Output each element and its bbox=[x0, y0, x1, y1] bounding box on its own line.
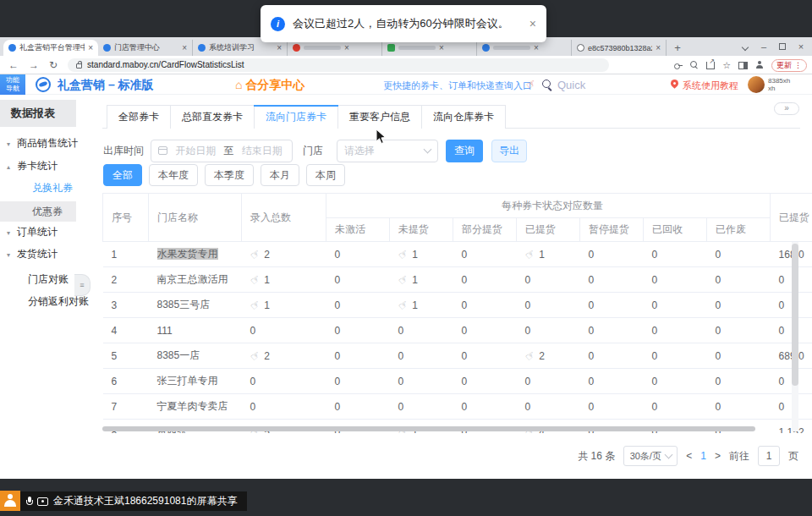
share-center-icon: ⌂ bbox=[235, 78, 242, 91]
cell-value[interactable]: 1 bbox=[264, 274, 270, 286]
tab-重要客户信息[interactable]: 重要客户信息 bbox=[338, 106, 422, 129]
password-key-icon[interactable] bbox=[674, 61, 683, 69]
sidebar-item-券卡统计[interactable]: ▴券卡统计 bbox=[0, 156, 91, 175]
reload-icon[interactable]: ↻ bbox=[49, 59, 58, 71]
cell-status-部分提货: 0 bbox=[453, 293, 517, 318]
tab-favicon-red bbox=[293, 44, 300, 52]
sidebar-item-兑换礼券[interactable]: 兑换礼券 bbox=[0, 178, 91, 197]
profile-icon[interactable] bbox=[755, 61, 764, 69]
table-row: 58385一店☞2000☞2000689.0 bbox=[103, 343, 812, 369]
share-icon[interactable] bbox=[706, 62, 715, 69]
panel-collapse-button[interactable]: » bbox=[774, 102, 799, 115]
sidebar-item-商品销售统计[interactable]: ▾商品销售统计 bbox=[0, 134, 91, 152]
quick-filter-本季度[interactable]: 本季度 bbox=[205, 164, 254, 186]
main-content: 全部券卡总部直发券卡流向门店券卡重要客户信息流向仓库券卡 » 出库时间 开始日期… bbox=[91, 95, 812, 479]
quick-entry-link[interactable]: 更快捷的券卡、订单和快递查询入口 bbox=[383, 80, 532, 92]
table-header-row-1: 序号门店名称录入总数每种券卡状态对应数量已提货 bbox=[103, 194, 812, 218]
minimize-button[interactable]: – bbox=[754, 41, 773, 52]
page-size-select[interactable]: 30条/页 bbox=[623, 446, 678, 466]
tab-close-icon[interactable]: × bbox=[182, 43, 187, 52]
cell-status-已回收: 0 bbox=[644, 343, 707, 369]
statistics-table-wrap: 序号门店名称录入总数每种券卡状态对应数量已提货未激活未提货部分提货已提货暂停提货… bbox=[102, 193, 812, 433]
cell-value[interactable]: 1 bbox=[412, 249, 418, 261]
cell-value[interactable]: 1 bbox=[264, 299, 270, 311]
url-field[interactable]: standard.maboy.cn/CardFlowStatisticsList bbox=[68, 58, 609, 72]
window-close-button[interactable]: × bbox=[792, 41, 810, 52]
maximize-button[interactable] bbox=[773, 41, 792, 52]
cell-status-未激活: 0 bbox=[326, 293, 390, 318]
current-page[interactable]: 1 bbox=[700, 450, 706, 462]
column-header-已提货: 已提货 bbox=[517, 218, 580, 242]
new-tab-button[interactable]: + bbox=[670, 41, 685, 56]
pointer-hand-icon: ☞ bbox=[395, 297, 410, 313]
browser-tab-6[interactable]: e8c573980b1328a258fd2e6f8× bbox=[572, 40, 667, 56]
cell-value[interactable]: 1 bbox=[539, 249, 545, 261]
cell-value[interactable]: 1 bbox=[412, 299, 418, 311]
tab-search-icon[interactable] bbox=[736, 41, 754, 52]
screen-share-bar: 金禾通技术王斌18662591081的屏幕共享 bbox=[20, 491, 247, 511]
horizontal-scrollbar[interactable] bbox=[102, 426, 755, 431]
forward-icon[interactable]: → bbox=[29, 59, 39, 71]
quick-filter-本月[interactable]: 本月 bbox=[261, 164, 299, 186]
bookmark-star-icon[interactable]: ☆ bbox=[722, 61, 731, 70]
tab-流向门店券卡[interactable]: 流向门店券卡 bbox=[255, 106, 338, 129]
store-name-text: 8385一店 bbox=[157, 349, 200, 361]
cell-status-已作废: 0 bbox=[707, 369, 771, 394]
export-button[interactable]: 导出 bbox=[491, 140, 527, 162]
sidebar-item-订单统计[interactable]: ▾订单统计 bbox=[0, 222, 91, 241]
browser-tab-title: e8c573980b1328a258fd2e6f8 bbox=[588, 44, 652, 52]
cell-value[interactable]: 2 bbox=[264, 249, 270, 261]
cell-index: 6 bbox=[103, 369, 149, 394]
user-avatar[interactable] bbox=[748, 76, 765, 93]
cell-status-已提货: 0 bbox=[517, 394, 580, 420]
share-center-link[interactable]: ⌂ 合分享中心 bbox=[235, 78, 304, 93]
search-button[interactable]: 查询 bbox=[446, 140, 483, 162]
function-nav-toggle[interactable]: 功能 导航 bbox=[0, 74, 25, 95]
side-panel-icon[interactable] bbox=[738, 62, 748, 69]
cell-value[interactable]: 2 bbox=[264, 350, 270, 362]
cell-value[interactable]: 2 bbox=[539, 350, 545, 362]
tab-close-icon[interactable]: × bbox=[534, 43, 539, 52]
tab-总部直发券卡[interactable]: 总部直发券卡 bbox=[171, 106, 255, 129]
toast-close-icon[interactable]: × bbox=[529, 17, 536, 30]
time-filter-label: 出库时间 bbox=[103, 144, 144, 158]
total-count: 共 16 条 bbox=[578, 449, 615, 464]
tab-favicon-globe bbox=[577, 44, 584, 52]
quick-filter-本周[interactable]: 本周 bbox=[306, 164, 345, 186]
sidebar-item-label: 分销返利对账 bbox=[28, 295, 89, 307]
browser-tab-0[interactable]: 礼盒营销平台管理中心× bbox=[3, 40, 98, 56]
sidebar-collapse-handle[interactable]: ≡ bbox=[74, 274, 91, 296]
zoom-icon[interactable] bbox=[690, 61, 699, 69]
sidebar-item-优惠券[interactable]: 优惠券 bbox=[0, 201, 76, 222]
statistics-table: 序号门店名称录入总数每种券卡状态对应数量已提货未激活未提货部分提货已提货暂停提货… bbox=[102, 193, 812, 433]
browser-update-button[interactable]: 更新 ⋮ bbox=[771, 59, 807, 72]
tab-favicon-green bbox=[387, 44, 395, 52]
date-range-input[interactable]: 开始日期 至 结束日期 bbox=[151, 140, 293, 162]
tab-close-icon[interactable]: × bbox=[439, 43, 444, 52]
cell-status-已提货: ☞1 bbox=[517, 242, 580, 267]
quick-label[interactable]: Quick bbox=[557, 79, 585, 91]
column-header-部分提货: 部分提货 bbox=[453, 218, 517, 242]
tab-close-icon[interactable]: × bbox=[656, 43, 661, 52]
goto-page-input[interactable]: 1 bbox=[758, 446, 780, 466]
sidebar-item-发货统计[interactable]: ▾发货统计 bbox=[0, 244, 91, 263]
browser-tab-1[interactable]: 门店管理中心× bbox=[98, 40, 193, 56]
tutorial-link[interactable]: 系统使用教程 bbox=[683, 80, 738, 92]
store-select[interactable]: 请选择 bbox=[337, 140, 438, 162]
tab-close-icon[interactable]: × bbox=[277, 43, 282, 52]
vertical-scrollbar[interactable] bbox=[792, 244, 798, 386]
cell-status-已回收: 0 bbox=[644, 394, 707, 420]
tab-close-icon[interactable]: × bbox=[88, 43, 93, 52]
microphone-icon[interactable] bbox=[27, 497, 32, 507]
cell-value[interactable]: 1 bbox=[412, 274, 418, 286]
tab-流向仓库券卡[interactable]: 流向仓库券卡 bbox=[422, 106, 506, 129]
quick-filter-本年度[interactable]: 本年度 bbox=[149, 164, 198, 186]
back-icon[interactable]: ← bbox=[8, 59, 19, 71]
tab-全部券卡[interactable]: 全部券卡 bbox=[107, 106, 171, 129]
prev-page-button[interactable]: < bbox=[686, 450, 692, 462]
cell-status-暂停提货: 0 bbox=[580, 242, 644, 267]
next-page-button[interactable]: > bbox=[715, 450, 721, 462]
tab-close-icon[interactable]: × bbox=[344, 43, 349, 52]
url-text: standard.maboy.cn/CardFlowStatisticsList bbox=[87, 60, 244, 69]
quick-filter-全部[interactable]: 全部 bbox=[103, 164, 142, 186]
